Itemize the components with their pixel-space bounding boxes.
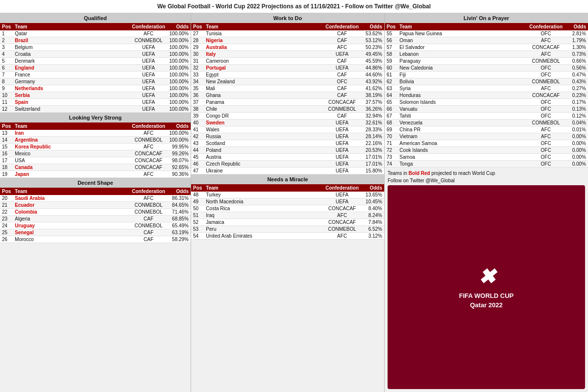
cell-pos: 22	[0, 209, 13, 216]
cell-confederation: AFC	[130, 195, 167, 202]
cell-pos: 20	[0, 195, 13, 202]
cell-odds: 0.43%	[564, 78, 588, 85]
col-team: Team	[204, 184, 323, 192]
cell-pos: 59	[385, 58, 397, 65]
cell-team: Uruguay	[13, 222, 130, 229]
cell-team: Cameroon	[204, 58, 323, 65]
table-row: 38ChileCONMEBOL36.26%	[191, 106, 384, 113]
cell-pos: 19	[0, 171, 13, 178]
cell-team: Papua New Guinea	[397, 30, 527, 37]
cell-confederation: CONCACAF	[130, 157, 167, 164]
col-odds: Odds	[167, 23, 191, 30]
table-row: 32PortugalUEFA44.86%	[191, 65, 384, 72]
cell-team: Croatia	[13, 51, 130, 58]
cell-confederation: CONCACAF	[527, 92, 564, 99]
cell-confederation: CONMEBOL	[130, 37, 167, 44]
table-row: 19JapanAFC90.36%	[0, 171, 191, 178]
table-row: 39Congo DRCAF32.94%	[191, 113, 384, 120]
cell-pos: 18	[0, 164, 13, 171]
cell-pos: 38	[191, 106, 204, 113]
cell-pos: 73	[385, 154, 397, 161]
table-row: 63SyriaAFC0.27%	[385, 85, 588, 92]
table-row: 73SamoaOFC0.00%	[385, 154, 588, 161]
cell-pos: 30	[191, 51, 204, 58]
cell-team: France	[13, 72, 130, 78]
table-row: 55Papua New GuineaOFC2.81%	[385, 30, 588, 37]
cell-pos: 64	[385, 92, 397, 99]
cell-team: Austria	[204, 154, 323, 161]
cell-team: Vietnam	[397, 133, 527, 140]
qualified-section: Qualified Pos Team Confederation Odds 1Q…	[0, 13, 191, 113]
cell-team: Czech Republic	[204, 161, 323, 168]
cell-confederation: CONCACAF	[130, 150, 167, 157]
table-row: 3BelgiumUEFA100.00%	[0, 44, 191, 51]
col-team: Team	[13, 122, 130, 130]
table-row: 40SwedenUEFA32.61%	[191, 120, 384, 126]
cell-confederation: OFC	[527, 99, 564, 106]
cell-team: Germany	[13, 78, 130, 85]
cell-odds: 22.16%	[361, 140, 384, 147]
cell-team: United Arab Emirates	[204, 233, 323, 240]
cell-odds: 28.14%	[361, 133, 384, 140]
cell-pos: 66	[385, 106, 397, 113]
cell-team: Mexico	[13, 150, 130, 157]
table-row: 4CroatiaUEFA100.00%	[0, 51, 191, 58]
cell-pos: 41	[191, 126, 204, 133]
cell-confederation: CONMEBOL	[527, 78, 564, 85]
cell-confederation: OFC	[527, 65, 564, 72]
cell-team: Denmark	[13, 58, 130, 65]
right-column: Livin' On a Prayer Pos Team Confederatio…	[385, 13, 588, 392]
cell-pos: 39	[191, 113, 204, 120]
cell-odds: 28.33%	[361, 126, 384, 133]
cell-team: Senegal	[13, 229, 130, 236]
cell-odds: 71.46%	[167, 209, 191, 216]
cell-pos: 60	[385, 65, 397, 72]
bottom-right: Teams in Bold Red projected to reach Wor…	[385, 168, 588, 392]
cell-odds: 65.49%	[167, 222, 191, 229]
cell-pos: 2	[0, 37, 13, 44]
cell-team: El Salvador	[397, 44, 527, 51]
cell-team: Nigeria	[204, 37, 323, 44]
table-row: 45AustriaUEFA17.01%	[191, 154, 384, 161]
cell-team: Solomon Islands	[397, 99, 527, 106]
cell-odds: 17.01%	[361, 161, 384, 168]
cell-pos: 58	[385, 51, 397, 58]
cell-confederation: UEFA	[130, 72, 167, 78]
col-odds: Odds	[167, 188, 191, 195]
cell-team: Turkey	[204, 192, 323, 198]
cell-pos: 70	[385, 133, 397, 140]
logo-swoosh: ✖	[478, 265, 494, 289]
cell-confederation: CONMEBOL	[323, 226, 361, 233]
cell-team: Mali	[204, 85, 323, 92]
table-row: 6EnglandUEFA100.00%	[0, 65, 191, 72]
cell-pos: 67	[385, 113, 397, 120]
table-row: 56OmanAFC1.79%	[385, 37, 588, 44]
cell-odds: 0.00%	[564, 140, 588, 147]
qualified-table: Pos Team Confederation Odds 1QatarAFC100…	[0, 23, 191, 113]
cell-team: Egypt	[204, 72, 323, 78]
livin-section: Livin' On a Prayer Pos Team Confederatio…	[385, 13, 588, 168]
cell-confederation: CONCACAF	[323, 205, 361, 212]
livin-table: Pos Team Confederation Odds 55Papua New …	[385, 23, 588, 168]
table-row: 57El SalvadorCONCACAF1.30%	[385, 44, 588, 51]
cell-odds: 100.00%	[167, 72, 191, 78]
cell-pos: 72	[385, 147, 397, 154]
cell-pos: 10	[0, 92, 13, 99]
cell-odds: 0.23%	[564, 92, 588, 99]
cell-odds: 100.00%	[167, 58, 191, 65]
cell-pos: 50	[191, 205, 204, 212]
cell-confederation: UEFA	[323, 147, 361, 154]
cell-team: Canada	[13, 164, 130, 171]
mid-column: Work to Do Pos Team Confederation Odds 2…	[191, 13, 385, 392]
cell-confederation: AFC	[323, 233, 361, 240]
cell-team: Argentina	[13, 137, 130, 144]
table-row: 8GermanyUEFA100.00%	[0, 78, 191, 85]
cell-confederation: AFC	[323, 212, 361, 219]
cell-odds: 99.95%	[167, 144, 191, 150]
cell-confederation: UEFA	[323, 161, 361, 168]
table-row: 26MoroccoCAF58.29%	[0, 236, 191, 243]
cell-team: Portugal	[204, 65, 323, 72]
cell-odds: 3.12%	[361, 233, 384, 240]
header-title: We Global Football - World Cup 2022 Proj…	[157, 3, 431, 10]
cell-team: Sweden	[204, 120, 323, 126]
